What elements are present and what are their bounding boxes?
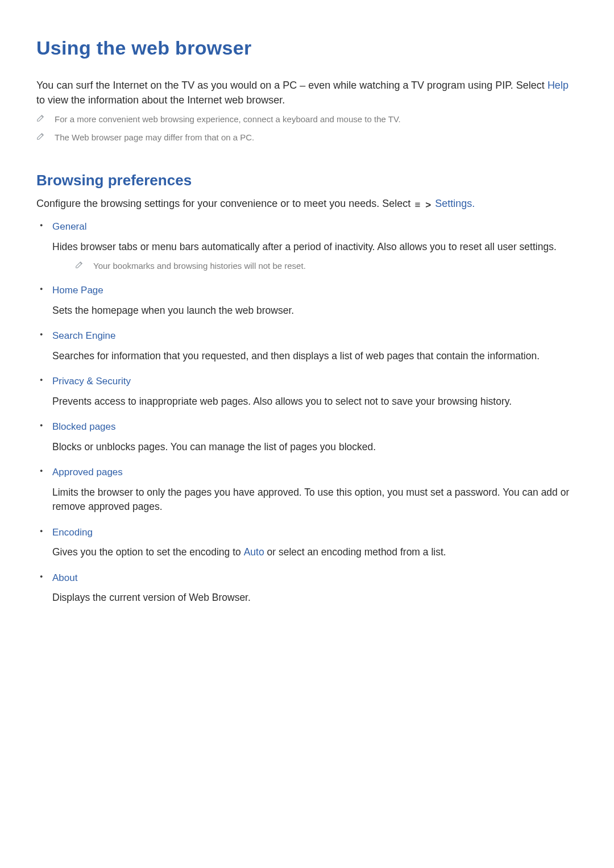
- encoding-body-post: or select an encoding method from a list…: [264, 546, 446, 558]
- section-intro: Configure the browsing settings for your…: [36, 196, 578, 213]
- list-item-general: General Hides browser tabs or menu bars …: [52, 220, 578, 272]
- item-title-general: General: [52, 220, 578, 234]
- item-body-blocked-pages: Blocks or unblocks pages. You can manage…: [52, 440, 578, 454]
- note-text-2: The Web browser page may differ from tha…: [55, 131, 254, 144]
- item-title-home-page: Home Page: [52, 284, 578, 298]
- page-title: Using the web browser: [36, 34, 578, 62]
- list-item-search-engine: Search Engine Searches for information t…: [52, 329, 578, 363]
- item-title-about: About: [52, 571, 578, 585]
- pencil-icon: [36, 114, 44, 122]
- chevron-right-icon: >: [425, 198, 431, 213]
- note-text-1: For a more convenient web browsing exper…: [55, 113, 401, 126]
- list-item-encoding: Encoding Gives you the option to set the…: [52, 526, 578, 560]
- item-body-encoding: Gives you the option to set the encoding…: [52, 545, 578, 559]
- menu-icon: ≡: [414, 198, 420, 213]
- note-row-1: For a more convenient web browsing exper…: [36, 113, 578, 126]
- section-title-browsing-preferences: Browsing preferences: [36, 170, 578, 192]
- pencil-icon: [75, 261, 83, 269]
- note-row-general: Your bookmarks and browsing histories wi…: [75, 260, 578, 272]
- encoding-body-pre: Gives you the option to set the encoding…: [52, 546, 244, 558]
- item-title-privacy-security: Privacy & Security: [52, 375, 578, 389]
- item-title-search-engine: Search Engine: [52, 329, 578, 343]
- list-item-home-page: Home Page Sets the homepage when you lau…: [52, 284, 578, 318]
- note-text-general: Your bookmarks and browsing histories wi…: [93, 260, 306, 272]
- pencil-icon: [36, 132, 44, 140]
- item-body-privacy-security: Prevents access to inappropriate web pag…: [52, 394, 578, 409]
- item-title-blocked-pages: Blocked pages: [52, 420, 578, 434]
- preferences-list: General Hides browser tabs or menu bars …: [52, 220, 578, 605]
- item-body-about: Displays the current version of Web Brow…: [52, 591, 578, 605]
- item-body-approved-pages: Limits the browser to only the pages you…: [52, 485, 578, 514]
- help-link[interactable]: Help: [547, 80, 569, 91]
- list-item-blocked-pages: Blocked pages Blocks or unblocks pages. …: [52, 420, 578, 454]
- list-item-privacy-security: Privacy & Security Prevents access to in…: [52, 375, 578, 409]
- item-body-search-engine: Searches for information that you reques…: [52, 349, 578, 363]
- settings-link[interactable]: Settings.: [435, 198, 475, 209]
- intro-paragraph: You can surf the Internet on the TV as y…: [36, 78, 578, 107]
- intro-text-2: to view the information about the Intern…: [36, 94, 285, 106]
- item-title-approved-pages: Approved pages: [52, 466, 578, 480]
- item-title-encoding: Encoding: [52, 526, 578, 540]
- intro-text-1: You can surf the Internet on the TV as y…: [36, 80, 547, 91]
- list-item-approved-pages: Approved pages Limits the browser to onl…: [52, 466, 578, 514]
- note-row-2: The Web browser page may differ from tha…: [36, 131, 578, 144]
- list-item-about: About Displays the current version of We…: [52, 571, 578, 605]
- encoding-auto-label: Auto: [244, 546, 264, 558]
- item-body-general: Hides browser tabs or menu bars automati…: [52, 240, 578, 254]
- item-body-home-page: Sets the homepage when you launch the we…: [52, 304, 578, 318]
- section-intro-text: Configure the browsing settings for your…: [36, 198, 413, 209]
